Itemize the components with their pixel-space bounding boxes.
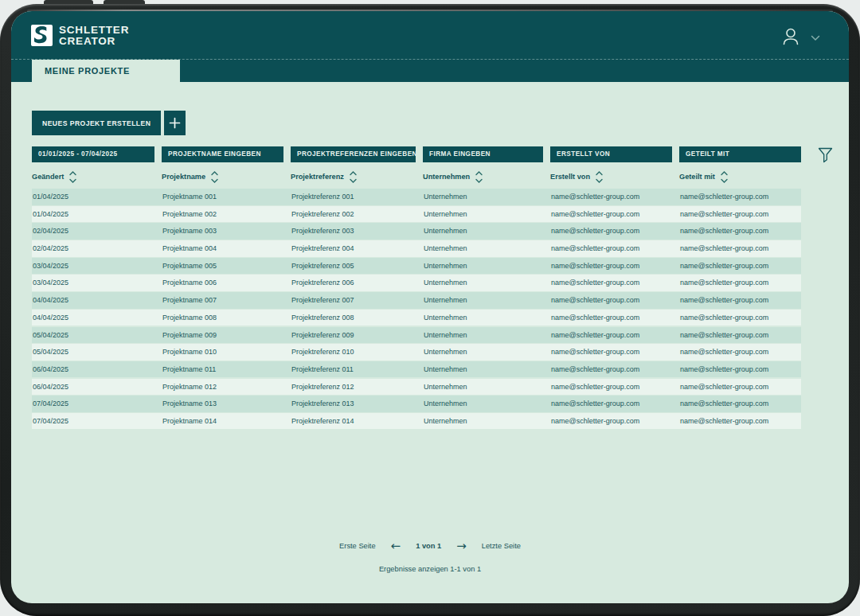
table-cell: name@schletter-group.com bbox=[550, 396, 679, 412]
table-row[interactable]: 01/04/2025Projektname 001Projektreferenz… bbox=[32, 189, 801, 205]
table-cell: name@schletter-group.com bbox=[550, 258, 679, 275]
table-cell: 02/04/2025 bbox=[32, 240, 162, 257]
column-label: Projektname bbox=[162, 173, 205, 181]
sort-icon[interactable] bbox=[721, 171, 728, 183]
project-name-filter[interactable]: PROJEKTNAME EINGEBEN bbox=[162, 146, 283, 162]
user-icon[interactable] bbox=[779, 25, 803, 49]
table-cell: 06/04/2025 bbox=[32, 379, 162, 396]
table-cell: Projektreferenz 013 bbox=[291, 396, 423, 412]
logo-line-1: SCHLETTER bbox=[59, 25, 129, 36]
table-cell: name@schletter-group.com bbox=[679, 413, 801, 430]
column-label: Projektreferenz bbox=[291, 173, 344, 181]
user-menu[interactable] bbox=[779, 25, 820, 49]
sort-icon[interactable] bbox=[596, 171, 603, 183]
logo-wordmark: SCHLETTER CREATOR bbox=[59, 25, 129, 47]
app-screen: SCHLETTER CREATOR MEINE PROJEKTE bbox=[11, 11, 849, 603]
table-row[interactable]: 03/04/2025Projektname 006Projektreferenz… bbox=[32, 275, 801, 291]
table-cell: name@schletter-group.com bbox=[550, 361, 679, 378]
column-label: Unternehmen bbox=[423, 173, 470, 181]
table-cell: Projektname 009 bbox=[162, 327, 291, 344]
tab-meine-projekte[interactable]: MEINE PROJEKTE bbox=[32, 60, 180, 82]
table-cell: Projektname 012 bbox=[162, 379, 291, 396]
table-cell: Unternehmen bbox=[423, 189, 550, 205]
table-cell: Projektreferenz 014 bbox=[291, 413, 423, 430]
table-row[interactable]: 06/04/2025Projektname 012Projektreferenz… bbox=[32, 379, 801, 396]
table-row[interactable]: 03/04/2025Projektname 005Projektreferenz… bbox=[32, 258, 801, 275]
table-row[interactable]: 06/04/2025Projektname 011Projektreferenz… bbox=[32, 361, 801, 378]
table-row[interactable]: 04/04/2025Projektname 007Projektreferenz… bbox=[32, 292, 801, 309]
app-header: SCHLETTER CREATOR MEINE PROJEKTE bbox=[11, 11, 849, 82]
table-cell: Projektname 010 bbox=[162, 344, 291, 361]
column-header-unternehmen[interactable]: Unternehmen bbox=[423, 169, 550, 185]
table-cell: Unternehmen bbox=[423, 344, 550, 361]
table-cell: name@schletter-group.com bbox=[550, 240, 679, 257]
chevron-down-icon[interactable] bbox=[811, 35, 820, 41]
filter-cell: PROJEKTNAME EINGEBEN bbox=[162, 146, 291, 162]
filter-cell: FIRMA EINGEBEN bbox=[423, 146, 550, 162]
table-cell: Projektname 001 bbox=[162, 189, 291, 205]
column-header-geteilt-mit[interactable]: Geteilt mit bbox=[679, 169, 801, 185]
arrow-right-icon[interactable]: → bbox=[456, 542, 467, 550]
table-cell: Projektname 008 bbox=[162, 310, 291, 326]
table-cell: Projektreferenz 008 bbox=[291, 310, 423, 326]
shared-with-filter[interactable]: GETEILT MIT bbox=[679, 146, 801, 162]
table-cell: 05/04/2025 bbox=[32, 327, 162, 344]
table-cell: 03/04/2025 bbox=[32, 258, 162, 275]
schletter-logo[interactable]: SCHLETTER CREATOR bbox=[31, 25, 129, 47]
table-row[interactable]: 04/04/2025Projektname 008Projektreferenz… bbox=[32, 310, 801, 326]
column-header-projektreferenz[interactable]: Projektreferenz bbox=[291, 169, 423, 185]
company-filter[interactable]: FIRMA EINGEBEN bbox=[423, 146, 543, 162]
add-project-button[interactable] bbox=[164, 111, 186, 135]
table-cell: name@schletter-group.com bbox=[550, 223, 679, 240]
date-range-filter[interactable]: 01/01/2025 - 07/04/2025 bbox=[32, 146, 154, 162]
table-cell: 06/04/2025 bbox=[32, 361, 162, 378]
table-body: 01/04/2025Projektname 001Projektreferenz… bbox=[32, 189, 801, 431]
arrow-left-icon[interactable]: ← bbox=[391, 542, 401, 550]
pagination-last[interactable]: Letzte Seite bbox=[482, 542, 521, 550]
new-project-button[interactable]: NEUES PROJEKT ERSTELLEN bbox=[32, 111, 161, 135]
column-header-erstellt-von[interactable]: Erstellt von bbox=[550, 169, 679, 185]
sort-icon[interactable] bbox=[69, 171, 76, 183]
table-cell: Unternehmen bbox=[423, 310, 550, 326]
filter-funnel-icon[interactable] bbox=[817, 146, 833, 164]
table-cell: name@schletter-group.com bbox=[550, 206, 679, 223]
table-cell: 07/04/2025 bbox=[32, 413, 162, 430]
table-cell: name@schletter-group.com bbox=[679, 310, 801, 326]
table-cell: name@schletter-group.com bbox=[679, 396, 801, 412]
table-cell: Projektreferenz 001 bbox=[291, 189, 423, 205]
table-row[interactable]: 07/04/2025Projektname 014Projektreferenz… bbox=[32, 413, 801, 430]
schletter-logo-icon bbox=[31, 25, 53, 46]
table-row[interactable]: 01/04/2025Projektname 002Projektreferenz… bbox=[32, 206, 801, 223]
table-cell: Projektname 014 bbox=[162, 413, 291, 430]
table-row[interactable]: 02/04/2025Projektname 004Projektreferenz… bbox=[32, 240, 801, 257]
table-cell: Unternehmen bbox=[423, 361, 550, 378]
column-header-projektname[interactable]: Projektname bbox=[162, 169, 291, 185]
table-cell: Projektname 011 bbox=[162, 361, 291, 378]
sort-icon[interactable] bbox=[211, 171, 218, 183]
table-cell: name@schletter-group.com bbox=[679, 344, 801, 361]
table-cell: Projektreferenz 011 bbox=[291, 361, 423, 378]
sort-icon[interactable] bbox=[350, 171, 357, 183]
table-row[interactable]: 05/04/2025Projektname 010Projektreferenz… bbox=[32, 344, 801, 361]
table-cell: name@schletter-group.com bbox=[550, 344, 679, 361]
table-cell: 04/04/2025 bbox=[32, 292, 162, 309]
table-cell: Unternehmen bbox=[423, 396, 550, 412]
table-cell: 02/04/2025 bbox=[32, 223, 162, 240]
table-cell: Projektreferenz 006 bbox=[291, 275, 423, 291]
column-header-geaendert[interactable]: Geändert bbox=[32, 169, 162, 185]
table-row[interactable]: 02/04/2025Projektname 003Projektreferenz… bbox=[32, 223, 801, 240]
table-cell: Projektreferenz 007 bbox=[291, 292, 423, 309]
table-cell: name@schletter-group.com bbox=[550, 189, 679, 205]
created-by-filter[interactable]: ERSTELLT VON bbox=[550, 146, 672, 162]
project-reference-filter[interactable]: PROJEKTREFERENZEN EINGEBEN bbox=[291, 146, 416, 162]
filter-cell: GETEILT MIT bbox=[679, 146, 801, 162]
table-cell: Unternehmen bbox=[423, 413, 550, 430]
table-cell: Unternehmen bbox=[423, 275, 550, 291]
table-row[interactable]: 07/04/2025Projektname 013Projektreferenz… bbox=[32, 396, 801, 412]
pagination-first[interactable]: Erste Seite bbox=[339, 542, 375, 550]
table-cell: Projektreferenz 005 bbox=[291, 258, 423, 275]
table-cell: Projektname 005 bbox=[162, 258, 291, 275]
table-row[interactable]: 05/04/2025Projektname 009Projektreferenz… bbox=[32, 327, 801, 344]
sort-icon[interactable] bbox=[475, 171, 483, 183]
table-cell: Unternehmen bbox=[423, 223, 550, 240]
